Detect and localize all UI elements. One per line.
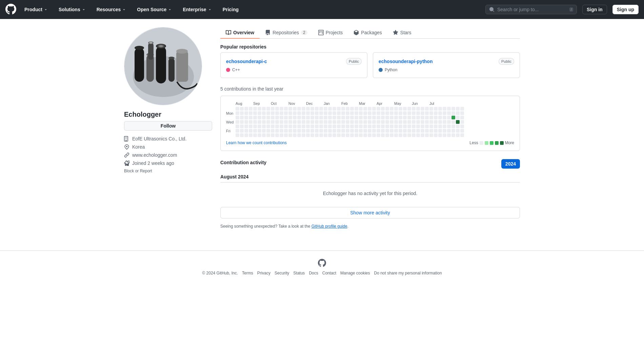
- learn-contributions-link[interactable]: Learn how we count contributions: [226, 140, 287, 145]
- search-bar[interactable]: Search or jump to... /: [485, 5, 577, 14]
- location-icon: [124, 144, 129, 150]
- footer-cookies[interactable]: Manage cookies: [340, 271, 370, 275]
- profile-name: Echologger: [124, 111, 212, 118]
- profile-content: Overview Repositories 2 Projects Package…: [220, 27, 520, 229]
- tab-stars-label: Stars: [400, 30, 411, 35]
- legend-cell-3: [495, 141, 499, 145]
- tab-repositories[interactable]: Repositories 2: [260, 27, 313, 39]
- lang-dot-1: [226, 68, 230, 72]
- svg-rect-2: [135, 48, 144, 82]
- svg-rect-6: [156, 46, 166, 83]
- repo-card-2: echosounderapi-python Public Python: [373, 52, 520, 78]
- repo-icon: [265, 30, 270, 35]
- more-label: More: [505, 140, 514, 145]
- repo-header-1: echosounderapi-c Public: [226, 58, 362, 65]
- meta-joined: Joined 2 weeks ago: [124, 160, 212, 166]
- project-icon: [318, 30, 324, 35]
- activity-title: Contribution activity: [220, 160, 266, 165]
- legend-cell-1: [485, 141, 488, 145]
- repo-card-1: echosounderapi-c Public C++: [220, 52, 367, 78]
- profile-guide-link[interactable]: GitHub profile guide: [311, 224, 347, 229]
- footer-links: © 2024 GitHub, Inc. Terms Privacy Securi…: [5, 271, 639, 275]
- repo-header-2: echosounderapi-python Public: [379, 58, 514, 65]
- meta-website: www.echologger.com: [124, 152, 212, 158]
- footer-logo: [318, 259, 326, 268]
- link-icon: [124, 152, 129, 158]
- legend-cell-0: [480, 141, 483, 145]
- profile-sidebar: Echologger Follow EofE Ultrasonics Co., …: [124, 27, 212, 229]
- footer-privacy[interactable]: Privacy: [257, 271, 270, 275]
- search-shortcut: /: [569, 7, 573, 12]
- repo-lang-2: Python: [379, 68, 514, 72]
- tab-projects-label: Projects: [326, 30, 343, 35]
- meta-location: Korea: [124, 144, 212, 150]
- page-footer: © 2024 GitHub, Inc. Terms Privacy Securi…: [0, 250, 644, 284]
- avatar: [124, 27, 202, 105]
- book-icon: [226, 30, 231, 35]
- search-placeholder: Search or jump to...: [497, 7, 567, 12]
- footer-do-not-share[interactable]: Do not share my personal information: [374, 271, 442, 275]
- tab-stars[interactable]: Stars: [387, 27, 417, 39]
- tab-projects[interactable]: Projects: [313, 27, 348, 39]
- footer-docs[interactable]: Docs: [309, 271, 318, 275]
- footer-status[interactable]: Status: [293, 271, 305, 275]
- meta-company: EofE Ultrasonics Co., Ltd.: [124, 136, 212, 141]
- search-icon: [489, 7, 495, 12]
- repos-grid: echosounderapi-c Public C++ echosoundera…: [220, 52, 520, 78]
- navbar: Product Solutions Resources Open Source …: [0, 0, 644, 19]
- svg-rect-12: [176, 51, 188, 82]
- tab-packages-label: Packages: [361, 30, 382, 35]
- svg-point-3: [135, 46, 144, 50]
- github-logo[interactable]: [5, 4, 16, 16]
- contributions-legend: Less More: [469, 140, 514, 145]
- nav-enterprise[interactable]: Enterprise: [180, 5, 214, 14]
- legend-cell-4: [500, 141, 504, 145]
- tab-repositories-label: Repositories: [273, 30, 299, 35]
- year-filter-button[interactable]: 2024: [501, 159, 520, 169]
- svg-point-9: [159, 45, 163, 47]
- contributions-title: 5 contributions in the last year: [220, 86, 520, 92]
- legend-cell-2: [490, 141, 494, 145]
- nav-resources[interactable]: Resources: [94, 5, 129, 14]
- show-more-button[interactable]: Show more activity: [220, 207, 520, 218]
- lang-dot-2: [379, 68, 383, 72]
- footer-security[interactable]: Security: [275, 271, 289, 275]
- no-activity-text: Echologger has no activity yet for this …: [220, 185, 520, 202]
- rocket-icon: [124, 160, 129, 166]
- nav-solutions[interactable]: Solutions: [56, 5, 88, 14]
- lang-name-2: Python: [385, 68, 397, 72]
- follow-button[interactable]: Follow: [124, 121, 212, 131]
- repo-name-2[interactable]: echosounderapi-python: [379, 59, 432, 64]
- svg-point-11: [168, 57, 175, 59]
- nav-product[interactable]: Product: [22, 5, 51, 14]
- profile-guide-text: Seeing something unexpected? Take a look…: [220, 224, 520, 229]
- contrib-footer: Learn how we count contributions Less Mo…: [226, 140, 514, 145]
- package-icon: [354, 30, 359, 35]
- footer-terms[interactable]: Terms: [242, 271, 253, 275]
- footer-contact[interactable]: Contact: [322, 271, 336, 275]
- main-content: Echologger Follow EofE Ultrasonics Co., …: [119, 19, 525, 237]
- nav-pricing[interactable]: Pricing: [220, 5, 241, 14]
- sign-up-button[interactable]: Sign up: [612, 5, 639, 14]
- profile-tabs: Overview Repositories 2 Projects Package…: [220, 27, 520, 39]
- footer-copyright: © 2024 GitHub, Inc.: [202, 271, 238, 275]
- repo-lang-1: C++: [226, 68, 362, 72]
- repo-name-1[interactable]: echosounderapi-c: [226, 59, 267, 64]
- svg-point-13: [176, 49, 188, 54]
- less-label: Less: [469, 140, 478, 145]
- sign-in-button[interactable]: Sign in: [582, 5, 607, 14]
- repositories-count: 2: [301, 30, 307, 35]
- activity-period: August 2024: [220, 174, 520, 183]
- star-icon: [393, 30, 398, 35]
- tab-overview-label: Overview: [233, 30, 254, 35]
- repo-badge-2: Public: [499, 58, 514, 65]
- nav-open-source[interactable]: Open Source: [134, 5, 175, 14]
- building-icon: [124, 136, 129, 141]
- svg-point-16: [149, 42, 153, 44]
- svg-rect-14: [148, 43, 154, 60]
- tab-packages[interactable]: Packages: [348, 27, 387, 39]
- block-report-link[interactable]: Block or Report: [124, 169, 212, 173]
- popular-repos-title: Popular repositories: [220, 44, 520, 50]
- repo-badge-1: Public: [346, 58, 362, 65]
- tab-overview[interactable]: Overview: [220, 27, 260, 39]
